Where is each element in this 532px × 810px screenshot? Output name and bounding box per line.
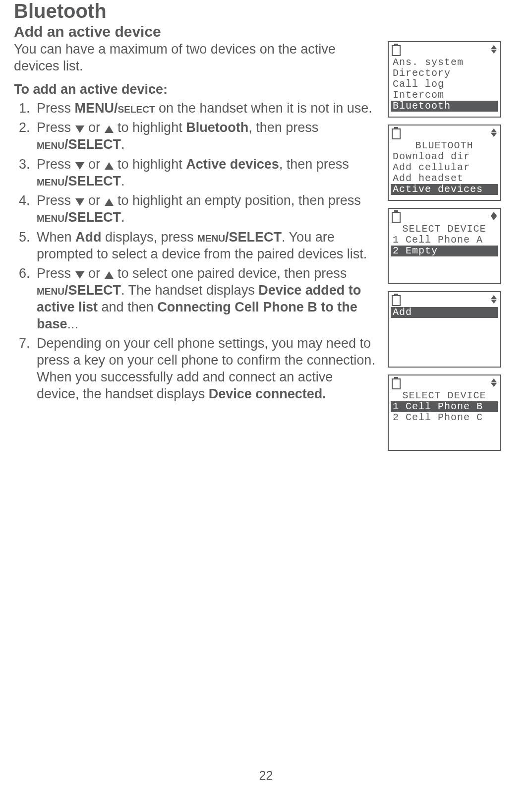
up-arrow-icon bbox=[105, 271, 114, 279]
text: Press bbox=[37, 193, 75, 208]
battery-icon bbox=[392, 128, 401, 139]
intro-text: You can have a maximum of two devices on… bbox=[14, 41, 371, 75]
scroll-arrows-icon bbox=[491, 128, 497, 137]
menu-key: menu bbox=[197, 230, 225, 245]
menu-row: Intercom bbox=[391, 90, 498, 101]
highlight-phrase: Device connected. bbox=[209, 386, 326, 401]
text: to highlight an empty position, then pre… bbox=[114, 193, 361, 208]
up-arrow-icon bbox=[105, 198, 114, 206]
mini-up-icon bbox=[491, 378, 497, 382]
status-bar bbox=[391, 212, 498, 224]
screens-column: Ans. system Directory Call log Intercom … bbox=[388, 41, 507, 451]
text: Press bbox=[37, 157, 75, 172]
page-number: 22 bbox=[14, 768, 518, 783]
menu-row bbox=[391, 329, 498, 340]
select-key: /SELECT bbox=[64, 137, 121, 152]
step-4: Press or to highlight an empty position,… bbox=[34, 192, 376, 226]
status-bar bbox=[391, 45, 498, 57]
text: to highlight bbox=[114, 120, 186, 135]
menu-row bbox=[391, 434, 498, 445]
menu-row-selected: Bluetooth bbox=[391, 101, 498, 112]
text: or bbox=[85, 193, 104, 208]
menu-row: Ans. system bbox=[391, 57, 498, 68]
text: on the handset when it is not in use. bbox=[155, 101, 372, 116]
down-arrow-icon bbox=[75, 162, 84, 170]
up-arrow-icon bbox=[105, 125, 114, 133]
text: Press bbox=[37, 120, 75, 135]
leadin-text: To add an active device: bbox=[14, 82, 376, 97]
battery-icon bbox=[392, 378, 401, 389]
menu-row: Download dir bbox=[391, 151, 498, 162]
menu-row-selected: Add bbox=[391, 307, 498, 318]
text: displays, press bbox=[102, 230, 198, 245]
handset-screen-1: Ans. system Directory Call log Intercom … bbox=[388, 41, 501, 118]
scroll-arrows-icon bbox=[491, 212, 497, 220]
menu-row: Directory bbox=[391, 68, 498, 79]
menu-row bbox=[391, 267, 498, 278]
select-key: /SELECT bbox=[64, 174, 121, 188]
menu-row bbox=[391, 318, 498, 329]
scroll-arrows-icon bbox=[491, 45, 497, 54]
up-arrow-icon bbox=[105, 162, 114, 170]
content-area: You can have a maximum of two devices on… bbox=[14, 41, 518, 451]
step-5: When Add displays, press menu/SELECT. Yo… bbox=[34, 229, 376, 263]
select-key: select bbox=[118, 101, 155, 116]
text: , then press bbox=[248, 120, 318, 135]
step-7: Depending on your cell phone settings, y… bbox=[34, 335, 376, 402]
step-3: Press or to highlight Active devices, th… bbox=[34, 156, 376, 190]
menu-row-selected: Active devices bbox=[391, 184, 498, 195]
handset-screen-3: SELECT DEVICE 1 Cell Phone A 2 Empty bbox=[388, 208, 501, 284]
text: . The handset displays bbox=[121, 283, 258, 298]
text: , then press bbox=[279, 157, 349, 172]
select-key: /SELECT bbox=[64, 210, 121, 225]
menu-title: SELECT DEVICE bbox=[391, 390, 498, 401]
text: to select one paired device, then press bbox=[114, 266, 347, 281]
menu-row: 2 Cell Phone C bbox=[391, 412, 498, 423]
mini-up-icon bbox=[491, 212, 497, 216]
mini-down-icon bbox=[491, 133, 497, 137]
mini-down-icon bbox=[491, 216, 497, 220]
menu-key: menu bbox=[37, 137, 64, 152]
scroll-arrows-icon bbox=[491, 295, 497, 304]
highlight-word: Bluetooth bbox=[186, 120, 248, 135]
scroll-arrows-icon bbox=[491, 378, 497, 387]
highlight-word: Active devices bbox=[186, 157, 279, 172]
text-column: You can have a maximum of two devices on… bbox=[14, 41, 376, 405]
menu-key: MENU/ bbox=[75, 101, 118, 116]
battery-icon bbox=[392, 295, 401, 306]
menu-key: menu bbox=[37, 174, 64, 188]
mini-down-icon bbox=[491, 300, 497, 304]
mini-up-icon bbox=[491, 45, 497, 49]
text: or bbox=[85, 120, 104, 135]
menu-row-selected: 2 Empty bbox=[391, 246, 498, 256]
manual-page: Bluetooth Add an active device You can h… bbox=[0, 0, 532, 803]
highlight-word: Add bbox=[75, 230, 101, 245]
step-6: Press or to select one paired device, th… bbox=[34, 265, 376, 332]
menu-row: Add headset bbox=[391, 173, 498, 184]
status-bar bbox=[391, 295, 498, 307]
mini-down-icon bbox=[491, 383, 497, 387]
menu-title: SELECT DEVICE bbox=[391, 224, 498, 235]
down-arrow-icon bbox=[75, 271, 84, 279]
handset-screen-4: Add bbox=[388, 291, 501, 368]
page-title: Bluetooth bbox=[14, 0, 518, 22]
mini-up-icon bbox=[491, 295, 497, 299]
handset-screen-5: SELECT DEVICE 1 Cell Phone B 2 Cell Phon… bbox=[388, 374, 501, 451]
handset-screen-2: BLUETOOTH Download dir Add cellular Add … bbox=[388, 125, 501, 201]
down-arrow-icon bbox=[75, 198, 84, 206]
steps-list: Press MENU/select on the handset when it… bbox=[14, 100, 376, 403]
menu-row: Call log bbox=[391, 79, 498, 90]
select-key: /SELECT bbox=[225, 230, 282, 245]
menu-row: 1 Cell Phone A bbox=[391, 235, 498, 246]
menu-title: BLUETOOTH bbox=[391, 140, 498, 151]
status-bar bbox=[391, 378, 498, 390]
battery-icon bbox=[392, 212, 401, 223]
menu-key: menu bbox=[37, 210, 64, 225]
step-2: Press or to highlight Bluetooth, then pr… bbox=[34, 120, 376, 153]
menu-row: Add cellular bbox=[391, 162, 498, 173]
text: and then bbox=[98, 300, 157, 314]
text: When bbox=[37, 230, 75, 245]
battery-icon bbox=[392, 45, 401, 56]
step-1: Press MENU/select on the handset when it… bbox=[34, 100, 376, 117]
text: Press bbox=[37, 101, 75, 116]
